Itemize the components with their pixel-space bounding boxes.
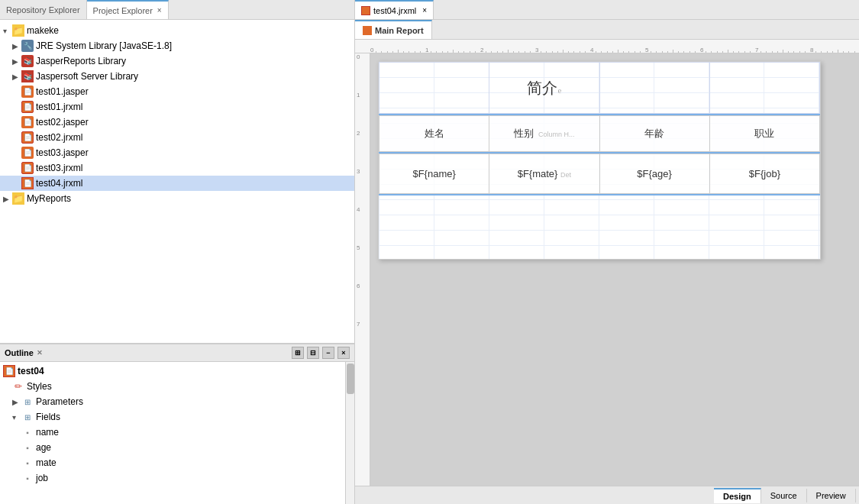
tree-item-test01-jasper[interactable]: 📄 test01.jasper xyxy=(0,84,354,99)
tree-item-test03-jasper[interactable]: 📄 test03.jasper xyxy=(0,145,354,160)
tree-item-test02-jasper-label: test02.jasper xyxy=(36,117,89,128)
tree-item-myreports[interactable]: ▶ 📁 MyReports xyxy=(0,191,354,206)
outline-field-job-label: job xyxy=(36,473,48,483)
tree-item-test01-jasper-label: test01.jasper xyxy=(36,86,89,97)
design-tab[interactable]: Design xyxy=(714,488,761,503)
outline-collapse-btn[interactable]: ⊞ xyxy=(292,347,304,359)
editor-tab-close[interactable]: × xyxy=(422,6,427,15)
outline-root[interactable]: 📄 test04 xyxy=(0,363,354,379)
tree-item-test03-jrxml-label: test03.jrxml xyxy=(36,163,82,173)
tree-item-makeke-label: makeke xyxy=(27,25,59,36)
tree-item-myreports-label: MyReports xyxy=(27,193,71,204)
tree-item-jasperreports-label: JasperReports Library xyxy=(36,56,126,66)
detail-cell-job: $F{job} xyxy=(709,154,819,194)
project-tree: ▾ 📁 makeke ▶ 🔧 JRE System Library [JavaS… xyxy=(0,20,354,344)
header-cell-job: 职业 xyxy=(709,116,819,152)
main-report-tab-label: Main Report xyxy=(375,26,424,35)
header-cell-age: 年龄 xyxy=(599,116,709,152)
tree-item-jasperreports[interactable]: ▶ 📚 JasperReports Library xyxy=(0,53,354,69)
project-explorer-close[interactable]: × xyxy=(157,6,162,15)
outline-parameters[interactable]: ▶ ⊞ Parameters xyxy=(0,394,354,409)
header-cell-mate: 性别 Column H... xyxy=(489,116,599,152)
tree-item-test03-jrxml[interactable]: 📄 test03.jrxml xyxy=(0,160,354,176)
tree-item-jaspersoft-label: Jaspersoft Server Library xyxy=(36,71,138,82)
tree-item-jre[interactable]: ▶ 🔧 JRE System Library [JavaSE-1.8] xyxy=(0,38,354,53)
outline-field-name[interactable]: ▪ name xyxy=(0,425,354,440)
vertical-ruler: 01234567 xyxy=(355,53,370,486)
detail-cell-age: $F{age} xyxy=(599,154,709,194)
title-cell: 简介e xyxy=(489,78,599,99)
outline-panel: Outline ✕ ⊞ ⊟ − × 📄 test04 ✏ xyxy=(0,344,354,504)
outline-field-job[interactable]: ▪ job xyxy=(0,470,354,486)
outline-title: Outline xyxy=(5,348,34,357)
outline-field-mate[interactable]: ▪ mate xyxy=(0,455,354,470)
preview-tab[interactable]: Preview xyxy=(807,489,856,502)
horizontal-ruler: 012345678 xyxy=(355,40,859,53)
outline-field-name-label: name xyxy=(36,427,59,438)
report-tab-icon xyxy=(363,26,372,35)
outline-fields-label: Fields xyxy=(36,412,60,422)
source-tab[interactable]: Source xyxy=(761,489,807,502)
outline-root-label: test04 xyxy=(18,366,44,376)
outline-styles[interactable]: ✏ Styles xyxy=(0,379,354,394)
project-explorer-tab[interactable]: Project Explorer × xyxy=(87,0,169,19)
outline-close-btn[interactable]: × xyxy=(337,347,350,359)
detail-cell-mate: $F{mate} Det xyxy=(489,154,599,194)
tree-item-test04-jrxml[interactable]: 📄 test04.jrxml xyxy=(0,176,354,191)
editor-tab[interactable]: test04.jrxml × xyxy=(355,0,434,19)
tree-item-test01-jrxml-label: test01.jrxml xyxy=(36,102,82,112)
tree-item-test02-jasper[interactable]: 📄 test02.jasper xyxy=(0,115,354,130)
outline-header: Outline ✕ ⊞ ⊟ − × xyxy=(0,344,354,362)
outline-scrollbar[interactable] xyxy=(345,362,354,504)
outline-parameters-label: Parameters xyxy=(36,396,83,407)
outline-expand-btn[interactable]: ⊟ xyxy=(307,347,319,359)
tree-item-jre-label: JRE System Library [JavaSE-1.8] xyxy=(36,40,172,51)
tree-item-test04-jrxml-label: test04.jrxml xyxy=(36,178,82,189)
outline-content: 📄 test04 ✏ Styles ▶ ⊞ Parameters ▾ xyxy=(0,362,354,504)
outline-minimize-btn[interactable]: − xyxy=(322,347,334,359)
outline-close-badge: ✕ xyxy=(37,349,43,357)
tree-item-test01-jrxml[interactable]: 📄 test01.jrxml xyxy=(0,99,354,115)
jrxml-tab-icon xyxy=(361,6,370,15)
tree-item-jaspersoft[interactable]: ▶ 📚 Jaspersoft Server Library xyxy=(0,69,354,84)
tree-item-test02-jrxml-label: test02.jrxml xyxy=(36,132,82,143)
outline-field-age-label: age xyxy=(36,442,51,453)
report-tab-bar: Main Report xyxy=(355,20,859,40)
tree-item-makeke[interactable]: ▾ 📁 makeke xyxy=(0,23,354,38)
outline-fields[interactable]: ▾ ⊞ Fields xyxy=(0,409,354,425)
outline-field-mate-label: mate xyxy=(36,457,57,468)
detail-cell-name: $F{name} xyxy=(379,154,489,194)
report-canvas: 简介e xyxy=(378,61,821,260)
main-report-tab[interactable]: Main Report xyxy=(355,20,432,39)
repository-explorer-tab[interactable]: Repository Explorer xyxy=(0,0,87,19)
tree-item-test02-jrxml[interactable]: 📄 test02.jrxml xyxy=(0,130,354,145)
outline-styles-label: Styles xyxy=(27,381,52,392)
design-area[interactable]: 01234567 简介e xyxy=(355,53,859,486)
editor-tab-label: test04.jrxml xyxy=(373,6,416,15)
tree-item-test03-jasper-label: test03.jasper xyxy=(36,147,89,158)
outline-field-age[interactable]: ▪ age xyxy=(0,440,354,455)
report-canvas-wrapper[interactable]: 简介e xyxy=(370,53,859,486)
header-cell-name: 姓名 xyxy=(379,116,489,152)
bottom-tab-bar: Design Source Preview xyxy=(355,486,859,504)
